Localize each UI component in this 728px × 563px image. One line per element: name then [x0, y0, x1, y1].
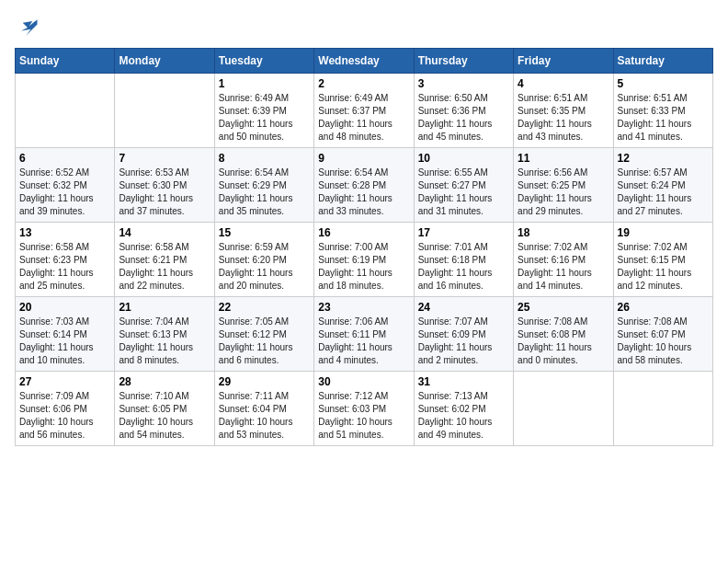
cell-content: Sunrise: 6:57 AM Sunset: 6:24 PM Dayligh…: [618, 167, 709, 218]
day-number: 16: [318, 226, 409, 239]
calendar-cell: 13Sunrise: 6:58 AM Sunset: 6:23 PM Dayli…: [16, 223, 115, 297]
day-of-week-header: Friday: [514, 49, 613, 74]
cell-content: Sunrise: 7:08 AM Sunset: 6:08 PM Dayligh…: [518, 316, 609, 367]
calendar-cell: 21Sunrise: 7:04 AM Sunset: 6:13 PM Dayli…: [115, 297, 214, 372]
cell-content: Sunrise: 6:51 AM Sunset: 6:35 PM Dayligh…: [518, 92, 609, 144]
cell-content: Sunrise: 7:07 AM Sunset: 6:09 PM Dayligh…: [418, 316, 509, 367]
day-number: 18: [518, 226, 609, 239]
day-number: 24: [418, 301, 509, 314]
calendar-header-row: SundayMondayTuesdayWednesdayThursdayFrid…: [16, 49, 713, 74]
day-number: 31: [418, 375, 509, 388]
cell-content: Sunrise: 6:51 AM Sunset: 6:33 PM Dayligh…: [618, 92, 709, 144]
day-of-week-header: Tuesday: [214, 49, 313, 74]
cell-content: Sunrise: 6:54 AM Sunset: 6:28 PM Dayligh…: [318, 167, 409, 218]
day-number: 15: [219, 226, 310, 239]
calendar-cell: 28Sunrise: 7:10 AM Sunset: 6:05 PM Dayli…: [115, 372, 214, 446]
calendar-table: SundayMondayTuesdayWednesdayThursdayFrid…: [15, 48, 713, 446]
cell-content: Sunrise: 7:04 AM Sunset: 6:13 PM Dayligh…: [119, 316, 210, 367]
calendar-cell: 14Sunrise: 6:58 AM Sunset: 6:21 PM Dayli…: [115, 223, 214, 297]
calendar-cell: 8Sunrise: 6:54 AM Sunset: 6:29 PM Daylig…: [214, 148, 313, 223]
calendar-cell: 9Sunrise: 6:54 AM Sunset: 6:28 PM Daylig…: [314, 148, 414, 223]
day-number: 20: [19, 301, 110, 314]
calendar-cell: 15Sunrise: 6:59 AM Sunset: 6:20 PM Dayli…: [214, 223, 313, 297]
calendar-cell: [16, 74, 115, 148]
cell-content: Sunrise: 7:08 AM Sunset: 6:07 PM Dayligh…: [618, 316, 709, 367]
day-number: 9: [318, 152, 409, 165]
day-number: 7: [119, 152, 210, 165]
day-number: 12: [618, 152, 709, 165]
calendar-cell: 6Sunrise: 6:52 AM Sunset: 6:32 PM Daylig…: [16, 148, 115, 223]
calendar-cell: 26Sunrise: 7:08 AM Sunset: 6:07 PM Dayli…: [613, 297, 712, 372]
day-number: 2: [318, 77, 409, 90]
calendar-cell: [115, 74, 214, 148]
cell-content: Sunrise: 6:52 AM Sunset: 6:32 PM Dayligh…: [19, 167, 110, 218]
day-number: 5: [618, 77, 709, 90]
day-of-week-header: Saturday: [613, 49, 712, 74]
calendar-cell: 24Sunrise: 7:07 AM Sunset: 6:09 PM Dayli…: [414, 297, 513, 372]
calendar-week-row: 1Sunrise: 6:49 AM Sunset: 6:39 PM Daylig…: [16, 74, 713, 148]
calendar-cell: 18Sunrise: 7:02 AM Sunset: 6:16 PM Dayli…: [514, 223, 613, 297]
day-number: 17: [418, 226, 509, 239]
calendar-cell: [613, 372, 712, 446]
day-number: 21: [119, 301, 210, 314]
day-number: 25: [518, 301, 609, 314]
cell-content: Sunrise: 7:03 AM Sunset: 6:14 PM Dayligh…: [19, 316, 110, 367]
day-number: 23: [318, 301, 409, 314]
day-number: 1: [219, 77, 310, 90]
calendar-cell: [514, 372, 613, 446]
calendar-week-row: 27Sunrise: 7:09 AM Sunset: 6:06 PM Dayli…: [16, 372, 713, 446]
logo: [15, 15, 44, 40]
calendar-cell: 11Sunrise: 6:56 AM Sunset: 6:25 PM Dayli…: [514, 148, 613, 223]
cell-content: Sunrise: 7:12 AM Sunset: 6:03 PM Dayligh…: [318, 390, 409, 442]
day-number: 10: [418, 152, 509, 165]
day-number: 22: [219, 301, 310, 314]
calendar-cell: 3Sunrise: 6:50 AM Sunset: 6:36 PM Daylig…: [414, 74, 513, 148]
day-number: 14: [119, 226, 210, 239]
day-number: 26: [618, 301, 709, 314]
calendar-cell: 7Sunrise: 6:53 AM Sunset: 6:30 PM Daylig…: [115, 148, 214, 223]
calendar-cell: 20Sunrise: 7:03 AM Sunset: 6:14 PM Dayli…: [16, 297, 115, 372]
cell-content: Sunrise: 6:54 AM Sunset: 6:29 PM Dayligh…: [219, 167, 310, 218]
calendar-cell: 22Sunrise: 7:05 AM Sunset: 6:12 PM Dayli…: [214, 297, 313, 372]
calendar-cell: 23Sunrise: 7:06 AM Sunset: 6:11 PM Dayli…: [314, 297, 414, 372]
calendar-cell: 10Sunrise: 6:55 AM Sunset: 6:27 PM Dayli…: [414, 148, 513, 223]
cell-content: Sunrise: 7:13 AM Sunset: 6:02 PM Dayligh…: [418, 390, 509, 442]
svg-marker-0: [21, 19, 38, 36]
logo-icon: [15, 15, 40, 40]
calendar-cell: 31Sunrise: 7:13 AM Sunset: 6:02 PM Dayli…: [414, 372, 513, 446]
cell-content: Sunrise: 7:00 AM Sunset: 6:19 PM Dayligh…: [318, 241, 409, 293]
day-number: 28: [119, 375, 210, 388]
cell-content: Sunrise: 6:49 AM Sunset: 6:39 PM Dayligh…: [219, 92, 310, 144]
calendar-cell: 27Sunrise: 7:09 AM Sunset: 6:06 PM Dayli…: [16, 372, 115, 446]
cell-content: Sunrise: 6:55 AM Sunset: 6:27 PM Dayligh…: [418, 167, 509, 218]
day-number: 8: [219, 152, 310, 165]
cell-content: Sunrise: 7:02 AM Sunset: 6:16 PM Dayligh…: [518, 241, 609, 293]
day-number: 6: [19, 152, 110, 165]
cell-content: Sunrise: 7:02 AM Sunset: 6:15 PM Dayligh…: [618, 241, 709, 293]
calendar-cell: 29Sunrise: 7:11 AM Sunset: 6:04 PM Dayli…: [214, 372, 313, 446]
day-number: 27: [19, 375, 110, 388]
calendar-cell: 17Sunrise: 7:01 AM Sunset: 6:18 PM Dayli…: [414, 223, 513, 297]
day-number: 4: [518, 77, 609, 90]
cell-content: Sunrise: 7:10 AM Sunset: 6:05 PM Dayligh…: [119, 390, 210, 442]
cell-content: Sunrise: 7:09 AM Sunset: 6:06 PM Dayligh…: [19, 390, 110, 442]
cell-content: Sunrise: 6:50 AM Sunset: 6:36 PM Dayligh…: [418, 92, 509, 144]
day-number: 13: [19, 226, 110, 239]
day-number: 19: [618, 226, 709, 239]
day-number: 11: [518, 152, 609, 165]
cell-content: Sunrise: 7:05 AM Sunset: 6:12 PM Dayligh…: [219, 316, 310, 367]
calendar-week-row: 6Sunrise: 6:52 AM Sunset: 6:32 PM Daylig…: [16, 148, 713, 223]
calendar-cell: 19Sunrise: 7:02 AM Sunset: 6:15 PM Dayli…: [613, 223, 712, 297]
cell-content: Sunrise: 7:11 AM Sunset: 6:04 PM Dayligh…: [219, 390, 310, 442]
page-header: [15, 15, 713, 40]
day-number: 29: [219, 375, 310, 388]
cell-content: Sunrise: 6:58 AM Sunset: 6:21 PM Dayligh…: [119, 241, 210, 293]
cell-content: Sunrise: 6:49 AM Sunset: 6:37 PM Dayligh…: [318, 92, 409, 144]
cell-content: Sunrise: 6:56 AM Sunset: 6:25 PM Dayligh…: [518, 167, 609, 218]
cell-content: Sunrise: 6:58 AM Sunset: 6:23 PM Dayligh…: [19, 241, 110, 293]
calendar-cell: 16Sunrise: 7:00 AM Sunset: 6:19 PM Dayli…: [314, 223, 414, 297]
day-of-week-header: Thursday: [414, 49, 513, 74]
calendar-week-row: 13Sunrise: 6:58 AM Sunset: 6:23 PM Dayli…: [16, 223, 713, 297]
calendar-cell: 1Sunrise: 6:49 AM Sunset: 6:39 PM Daylig…: [214, 74, 313, 148]
day-of-week-header: Sunday: [16, 49, 115, 74]
